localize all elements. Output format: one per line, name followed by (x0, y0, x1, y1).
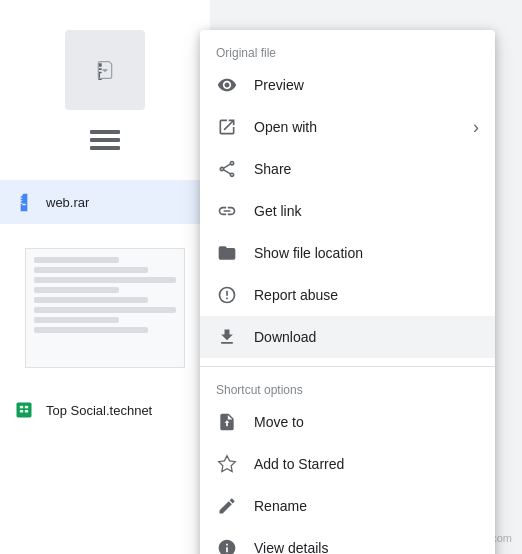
rar-icon (12, 190, 36, 214)
svg-rect-3 (20, 406, 23, 409)
svg-rect-6 (25, 410, 28, 413)
menu-item-report-abuse[interactable]: Report abuse (200, 274, 495, 316)
file-thumbnail-1 (0, 0, 210, 180)
file-thumbnail-2 (0, 228, 210, 388)
menu-item-get-link[interactable]: Get link (200, 190, 495, 232)
menu-item-download[interactable]: Download (200, 316, 495, 358)
svg-rect-5 (20, 410, 23, 413)
thumb-line (34, 297, 148, 303)
file-item-web-rar[interactable]: web.rar (0, 180, 209, 224)
folder-icon (216, 242, 238, 264)
link-icon (216, 200, 238, 222)
move-icon (216, 411, 238, 433)
eye-icon (216, 74, 238, 96)
thumb-line (34, 257, 119, 263)
thumb-line (34, 287, 119, 293)
menu-item-share[interactable]: Share (200, 148, 495, 190)
open-with-arrow-icon: › (473, 117, 479, 138)
download-label: Download (254, 329, 479, 345)
preview-label: Preview (254, 77, 479, 93)
share-label: Share (254, 161, 479, 177)
rename-label: Rename (254, 498, 479, 514)
view-details-label: View details (254, 540, 479, 554)
svg-rect-4 (25, 406, 28, 409)
spreadsheet-icon (12, 398, 36, 422)
report-icon (216, 284, 238, 306)
star-icon (216, 453, 238, 475)
section-shortcut-label: Shortcut options (200, 375, 495, 401)
thumb-line (34, 307, 176, 313)
spreadsheet-thumbnail (25, 248, 185, 368)
menu-divider (200, 366, 495, 367)
context-menu: Original file Preview Open with › Share (200, 30, 495, 554)
thumb-line (34, 267, 148, 273)
open-with-label: Open with (254, 119, 473, 135)
thumb-line (34, 317, 119, 323)
menu-item-view-details[interactable]: View details (200, 527, 495, 554)
section-original-label: Original file (200, 38, 495, 64)
svg-marker-1 (103, 69, 108, 72)
web-rar-label: web.rar (46, 195, 89, 210)
menu-item-show-file-location[interactable]: Show file location (200, 232, 495, 274)
file-browser: web.rar Top Social.technet (0, 0, 210, 554)
top-social-label: Top Social.technet (46, 403, 152, 418)
svg-rect-2 (17, 403, 32, 418)
get-link-label: Get link (254, 203, 479, 219)
report-abuse-label: Report abuse (254, 287, 479, 303)
menu-item-add-starred[interactable]: Add to Starred (200, 443, 495, 485)
pencil-icon (216, 495, 238, 517)
move-to-label: Move to (254, 414, 479, 430)
menu-item-preview[interactable]: Preview (200, 64, 495, 106)
menu-item-rename[interactable]: Rename (200, 485, 495, 527)
file-item-top-social[interactable]: Top Social.technet (0, 388, 209, 432)
info-icon (216, 537, 238, 554)
thumb-line (34, 327, 148, 333)
open-with-icon (216, 116, 238, 138)
share-icon (216, 158, 238, 180)
download-icon (216, 326, 238, 348)
add-starred-label: Add to Starred (254, 456, 479, 472)
menu-item-open-with[interactable]: Open with › (200, 106, 495, 148)
show-file-location-label: Show file location (254, 245, 479, 261)
thumb-line (34, 277, 176, 283)
menu-item-move-to[interactable]: Move to (200, 401, 495, 443)
svg-marker-7 (219, 456, 236, 472)
rar-thumbnail (65, 30, 145, 110)
